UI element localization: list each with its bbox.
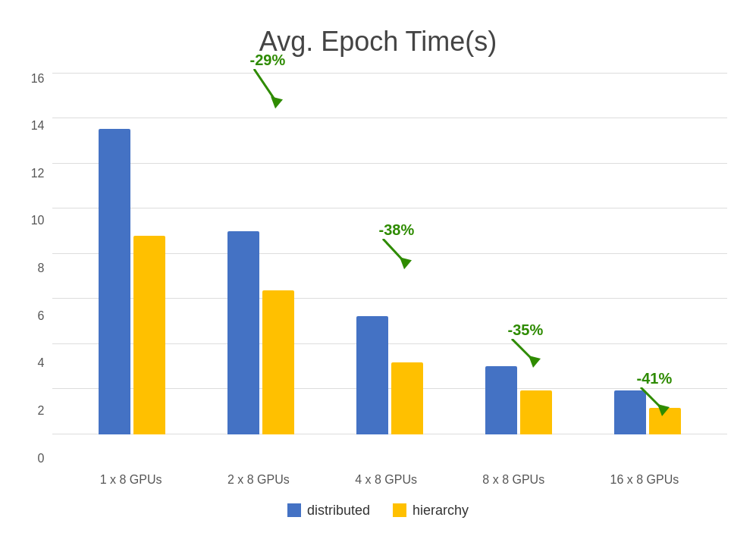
chart-container: Avg. Epoch Time(s) 1614121086420 -35%-29… [14,11,742,526]
bar-group: -29% [227,231,294,434]
bar-distributed [227,231,259,434]
annotation: -29% [250,52,288,110]
bar-hierarchy [391,362,423,434]
chart-area: 1614121086420 -35%-29%-38%-35%-41% 1 x 8… [30,73,727,495]
legend: distributedhierarchy [287,503,469,519]
y-axis-label: 14 [31,120,45,132]
bar-distributed [485,366,517,434]
legend-color-box [287,503,301,517]
legend-label: hierarchy [413,503,469,519]
x-axis-label: 16 x 8 GPUs [610,473,679,487]
bars [485,366,552,434]
x-labels: 1 x 8 GPUs2 x 8 GPUs4 x 8 GPUs8 x 8 GPUs… [52,465,727,495]
bar-hierarchy [520,390,552,434]
bar-group: -38% [356,316,423,434]
annotation: -35% [508,321,546,369]
y-axis-label: 0 [38,453,45,465]
grid-and-bars: -35%-29%-38%-35%-41% [52,73,727,465]
annotation-text: -29% [250,52,286,69]
svg-marker-9 [657,404,670,416]
bar-hierarchy [133,236,165,434]
bars-row: -35%-29%-38%-35%-41% [52,73,727,434]
bars [99,129,165,434]
annotation-arrow [379,239,417,271]
legend-item: distributed [287,503,370,519]
bar-group: -35% [485,366,552,434]
svg-marker-3 [271,96,283,108]
bar-group: -41% [614,390,681,434]
annotation-text: -41% [637,370,673,387]
annotation-arrow [637,387,675,418]
bars [356,316,423,434]
x-axis-label: 2 x 8 GPUs [227,473,290,487]
annotation-text: -35% [508,321,544,339]
legend-color-box [393,503,406,517]
y-axis: 1614121086420 [30,73,52,495]
bar-hierarchy [262,290,294,434]
y-axis-label: 2 [38,405,45,417]
x-axis-label: 8 x 8 GPUs [482,473,544,487]
annotation: -38% [379,221,417,271]
svg-marker-5 [400,257,412,269]
bars [227,231,294,434]
y-axis-label: 16 [31,73,45,85]
y-axis-label: 12 [31,168,45,180]
x-axis-label: 1 x 8 GPUs [100,473,162,487]
chart-title: Avg. Epoch Time(s) [259,26,497,58]
annotation-arrow [250,69,288,110]
y-axis-label: 4 [38,357,45,369]
annotation-text: -38% [379,221,415,239]
bar-group: -35% [99,129,165,434]
x-axis-label: 4 x 8 GPUs [355,473,417,487]
svg-marker-7 [529,356,541,368]
annotation-arrow [508,339,546,369]
annotation: -41% [637,370,675,418]
legend-label: distributed [307,503,370,519]
bar-distributed [99,129,130,434]
y-axis-label: 6 [38,310,45,322]
y-axis-label: 8 [38,262,45,274]
bar-distributed [356,316,388,434]
plot-area: -35%-29%-38%-35%-41% 1 x 8 GPUs2 x 8 GPU… [52,73,727,495]
legend-item: hierarchy [393,503,469,519]
y-axis-label: 10 [31,215,45,227]
